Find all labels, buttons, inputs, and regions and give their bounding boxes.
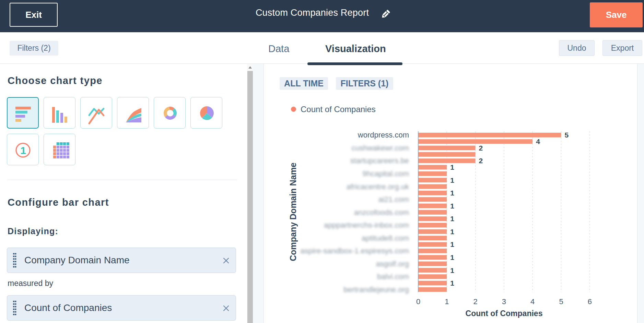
svg-text:asgolf.org: asgolf.org — [376, 260, 409, 268]
svg-text:9hcapital.com: 9hcapital.com — [362, 169, 409, 178]
svg-text:1: 1 — [20, 145, 26, 156]
svg-text:2: 2 — [479, 157, 483, 165]
svg-text:1: 1 — [450, 189, 454, 197]
svg-text:anzcofoods.com: anzcofoods.com — [354, 208, 409, 217]
svg-text:aspire-sandbox-1.espiresys.com: aspire-sandbox-1.espiresys.com — [300, 247, 409, 255]
svg-text:0: 0 — [416, 297, 420, 306]
svg-text:5: 5 — [559, 297, 563, 306]
svg-text:5: 5 — [565, 131, 569, 139]
svg-text:cushwakewr.com: cushwakewr.com — [351, 144, 409, 152]
svg-text:africacentre.org.uk: africacentre.org.uk — [347, 182, 409, 191]
svg-text:apppartnerchs-inbox.com: apppartnerchs-inbox.com — [324, 221, 409, 229]
svg-text:wordpress.com: wordpress.com — [358, 131, 409, 139]
svg-text:1: 1 — [450, 253, 454, 261]
svg-text:2: 2 — [479, 144, 483, 152]
svg-text:4: 4 — [536, 137, 540, 145]
svg-text:1: 1 — [445, 297, 449, 306]
svg-text:bertrandlejeune.org: bertrandlejeune.org — [343, 285, 409, 294]
svg-text:balvi.com: balvi.com — [377, 272, 409, 281]
svg-text:1: 1 — [450, 279, 454, 287]
svg-text:1: 1 — [450, 202, 454, 210]
svg-text:4: 4 — [530, 297, 535, 306]
svg-text:6: 6 — [588, 297, 592, 306]
svg-text:1: 1 — [450, 163, 454, 171]
svg-text:Company Domain Name: Company Domain Name — [288, 163, 298, 261]
svg-text:1: 1 — [450, 176, 454, 184]
svg-text:1: 1 — [450, 266, 454, 274]
svg-text:1: 1 — [450, 228, 454, 236]
svg-text:1: 1 — [450, 215, 454, 223]
svg-text:2: 2 — [473, 297, 477, 306]
svg-text:3: 3 — [502, 297, 506, 306]
svg-text:ai21.com: ai21.com — [378, 195, 409, 204]
svg-text:Count of Companies: Count of Companies — [466, 309, 543, 318]
svg-text:1: 1 — [450, 240, 454, 248]
svg-text:aptitude8.com: aptitude8.com — [362, 234, 409, 242]
svg-text:startupcareers.be: startupcareers.be — [350, 156, 409, 165]
